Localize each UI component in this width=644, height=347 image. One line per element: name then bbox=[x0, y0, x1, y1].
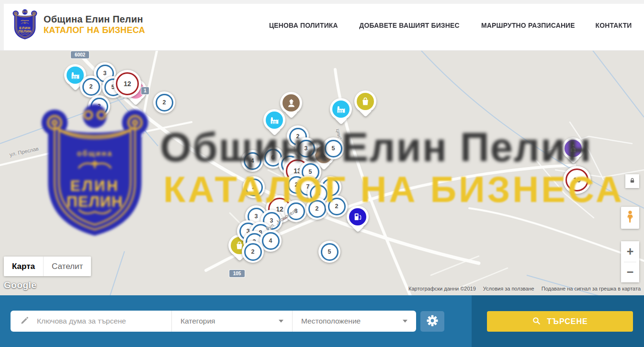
search-panel: Категория Местоположение ТЪРСЕНЕ bbox=[0, 295, 644, 347]
map-type-control: Карта Сателит bbox=[4, 257, 91, 276]
category-select[interactable]: Категория bbox=[172, 311, 292, 332]
keyword-search-input[interactable] bbox=[36, 316, 153, 326]
nav-item-pricing[interactable]: ЦЕНОВА ПОЛИТИКА bbox=[269, 22, 338, 29]
google-logo[interactable]: Google bbox=[4, 280, 36, 291]
chevron-down-icon bbox=[279, 320, 283, 323]
cluster-marker[interactable]: 2 bbox=[243, 176, 265, 198]
location-select-label: Местоположение bbox=[301, 317, 361, 325]
main-nav: ЦЕНОВА ПОЛИТИКА ДОБАВЕТЕ ВАШИЯТ БИЗНЕС М… bbox=[268, 0, 633, 50]
advanced-search-settings-button[interactable] bbox=[420, 311, 444, 332]
site-header: община ЕЛИН ПЕЛИН Община Елин Пелин КАТА… bbox=[0, 0, 644, 51]
nav-item-bus-schedule[interactable]: МАРШРУТНО РАЗПИСАНИЕ bbox=[481, 22, 575, 29]
site-title: Община Елин Пелин bbox=[44, 14, 145, 25]
nav-item-add-business[interactable]: ДОБАВЕТЕ ВАШИЯТ БИЗНЕС bbox=[359, 22, 459, 29]
report-map-error-link[interactable]: Подаване на сигнал за грешка в картата bbox=[542, 286, 641, 291]
zoom-out-button[interactable]: − bbox=[621, 262, 639, 283]
category-select-label: Категория bbox=[181, 317, 215, 325]
road-number-label: 6002 bbox=[71, 51, 89, 58]
site-subtitle: КАТАЛОГ НА БИЗНЕСА bbox=[44, 25, 145, 35]
cluster-marker[interactable]: 2 bbox=[326, 195, 348, 217]
window-left-strip bbox=[0, 0, 4, 50]
cluster-marker[interactable]: 2 bbox=[153, 91, 175, 113]
lock-icon bbox=[629, 177, 635, 186]
svg-text:община: община bbox=[21, 20, 29, 22]
street-name-label: ции" bbox=[335, 128, 343, 140]
google-map-canvas[interactable]: 60021105ул. Преславбул. „Новоселции"3225… bbox=[0, 50, 644, 295]
road-number-label: 1 bbox=[141, 87, 149, 94]
cluster-marker[interactable]: 3 bbox=[295, 137, 317, 159]
map-type-satellite-button[interactable]: Сателит bbox=[43, 257, 91, 276]
cluster-marker[interactable]: 4 bbox=[241, 150, 263, 172]
cluster-marker[interactable]: 10 bbox=[563, 166, 591, 194]
map-attribution: Картографски данни ©2019 Условия за полз… bbox=[408, 286, 641, 291]
zoom-control: + − bbox=[621, 241, 639, 282]
terms-of-use-link[interactable]: Условия за ползване bbox=[483, 286, 534, 291]
site-logo[interactable]: община ЕЛИН ПЕЛИН Община Елин Пелин КАТА… bbox=[12, 7, 145, 42]
chevron-down-icon bbox=[403, 320, 407, 323]
search-form: Категория Местоположение bbox=[11, 311, 416, 332]
search-submit-label: ТЪРСЕНЕ bbox=[547, 317, 588, 326]
road-number-label: 105 bbox=[229, 270, 245, 277]
church-pin[interactable] bbox=[562, 137, 584, 166]
window-top-strip bbox=[0, 0, 644, 4]
keyword-field-wrap bbox=[11, 311, 171, 332]
cluster-marker[interactable]: 12 bbox=[113, 70, 141, 98]
search-icon bbox=[532, 316, 541, 327]
cluster-marker[interactable]: 5 bbox=[318, 241, 340, 263]
factory-pin[interactable] bbox=[330, 98, 352, 127]
fuel-pin[interactable] bbox=[347, 206, 369, 235]
pegman-icon bbox=[625, 210, 635, 225]
cluster-marker[interactable]: 2 bbox=[88, 95, 110, 117]
cluster-marker[interactable]: 2 bbox=[306, 198, 328, 220]
pencil-icon bbox=[20, 316, 29, 327]
map-data-copyright: Картографски данни ©2019 bbox=[408, 286, 476, 291]
gear-icon bbox=[427, 315, 438, 328]
cluster-marker[interactable]: 2 bbox=[80, 76, 102, 98]
cluster-marker[interactable]: 5 bbox=[322, 137, 344, 159]
zoom-in-button[interactable]: + bbox=[621, 241, 639, 262]
factory-pin[interactable] bbox=[263, 109, 285, 138]
municipality-crest-logo: община ЕЛИН ПЕЛИН bbox=[12, 7, 37, 42]
map-type-map-button[interactable]: Карта bbox=[4, 257, 43, 276]
map-markers: 60021105ул. Преславбул. „Новоселции"3225… bbox=[0, 50, 644, 295]
bag-pin[interactable] bbox=[354, 90, 376, 119]
svg-text:ПЕЛИН: ПЕЛИН bbox=[19, 29, 32, 34]
search-submit-button[interactable]: ТЪРСЕНЕ bbox=[487, 311, 633, 332]
location-select[interactable]: Местоположение bbox=[293, 311, 416, 332]
nav-item-contacts[interactable]: КОНТАКТИ bbox=[595, 22, 632, 29]
street-name-label: ул. Преслав bbox=[9, 146, 39, 157]
street-view-pegman-button[interactable] bbox=[621, 207, 639, 229]
cluster-marker[interactable]: 2 bbox=[242, 241, 264, 263]
lock-control[interactable] bbox=[625, 174, 639, 188]
